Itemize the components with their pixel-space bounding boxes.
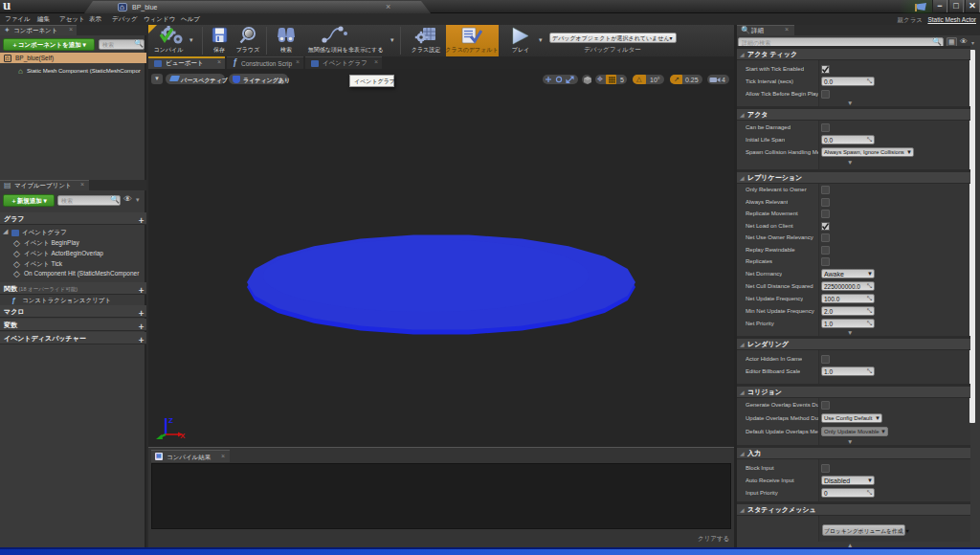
svg-text:X: X — [180, 432, 186, 440]
svg-text:Z: Z — [168, 416, 173, 425]
